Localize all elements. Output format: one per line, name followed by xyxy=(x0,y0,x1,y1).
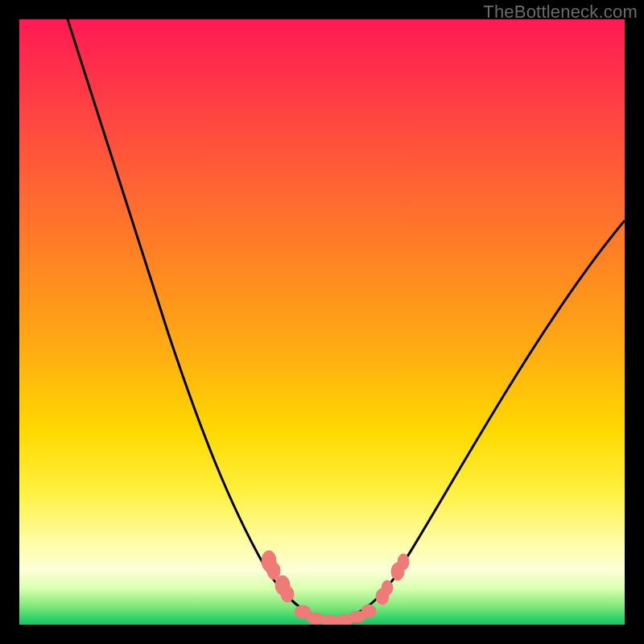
curve-left xyxy=(68,19,329,621)
chart-frame: TheBottleneck.com xyxy=(0,0,644,644)
valley-markers xyxy=(262,551,409,625)
svg-point-13 xyxy=(398,554,409,570)
svg-point-9 xyxy=(361,605,376,617)
chart-plot-area xyxy=(19,19,625,625)
svg-point-3 xyxy=(281,586,294,602)
bottleneck-curve xyxy=(19,19,625,625)
watermark-text: TheBottleneck.com xyxy=(483,2,638,23)
svg-point-11 xyxy=(382,580,393,595)
curve-right xyxy=(329,221,625,621)
